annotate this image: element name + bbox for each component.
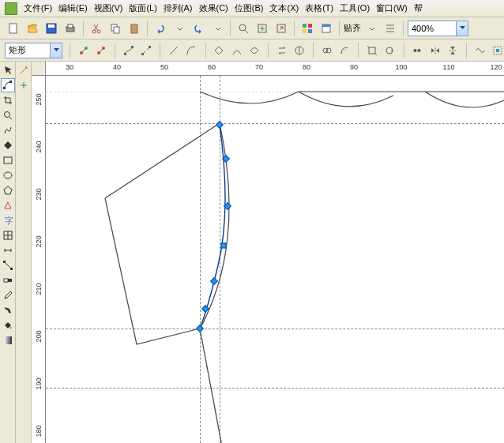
ruler-tick: 230 xyxy=(35,188,43,200)
pick-tool[interactable] xyxy=(1,63,15,77)
align-nodes-button[interactable] xyxy=(411,42,423,59)
welcome-button[interactable] xyxy=(318,20,335,37)
ruler-tick: 90 xyxy=(350,63,358,71)
paste-button[interactable] xyxy=(126,20,143,37)
basic-shapes-tool[interactable] xyxy=(1,198,15,212)
menu-file[interactable]: 文件(F) xyxy=(21,1,55,16)
shape-combo[interactable] xyxy=(5,43,62,58)
smart-fill-tool[interactable] xyxy=(1,138,15,152)
separator xyxy=(339,21,340,36)
join-nodes-button[interactable] xyxy=(122,42,135,59)
vertical-ruler[interactable]: 250 240 230 220 210 200 190 180 xyxy=(32,76,46,443)
app-launcher-button[interactable] xyxy=(299,20,316,37)
open-button[interactable] xyxy=(24,20,41,37)
redo-dropdown[interactable] xyxy=(209,20,226,37)
shape-input[interactable] xyxy=(6,46,50,55)
zoom-tool[interactable] xyxy=(1,108,15,122)
menu-help[interactable]: 帮 xyxy=(411,1,426,16)
break-node-button[interactable] xyxy=(140,42,152,59)
add-node-button[interactable] xyxy=(77,42,90,59)
secondary-toolbox xyxy=(16,62,32,443)
to-line-button[interactable] xyxy=(167,42,180,59)
aux-tool-2[interactable] xyxy=(17,78,31,92)
polygon-tool[interactable] xyxy=(1,183,15,197)
table-tool[interactable] xyxy=(1,228,15,242)
reflect-h-button[interactable] xyxy=(429,42,442,59)
ruler-corner[interactable] xyxy=(32,62,46,76)
separator xyxy=(404,43,404,58)
reflect-v-button[interactable] xyxy=(446,42,459,59)
save-button[interactable] xyxy=(43,20,60,37)
ruler-tick: 120 xyxy=(490,63,502,71)
stretch-button[interactable] xyxy=(366,42,378,59)
menu-window[interactable]: 窗口(W) xyxy=(373,1,411,16)
reverse-button[interactable] xyxy=(276,42,288,59)
eyedropper-tool[interactable] xyxy=(1,288,15,302)
extend-button[interactable] xyxy=(293,42,306,59)
snap-dropdown[interactable] xyxy=(363,20,380,37)
copy-button[interactable] xyxy=(107,20,124,37)
svg-rect-34 xyxy=(418,49,420,52)
shape-dropdown-arrow[interactable] xyxy=(50,43,62,58)
cut-button[interactable] xyxy=(88,20,105,37)
rectangle-tool[interactable] xyxy=(1,153,15,167)
menu-arrange[interactable]: 排列(A) xyxy=(160,1,196,16)
select-all-nodes-button[interactable] xyxy=(491,42,504,59)
menu-bitmap[interactable]: 位图(B) xyxy=(231,1,267,16)
svg-rect-33 xyxy=(414,49,416,52)
symmetric-node-button[interactable] xyxy=(248,42,261,59)
crop-tool[interactable] xyxy=(1,93,15,107)
undo-button[interactable] xyxy=(152,20,169,37)
horizontal-ruler[interactable]: 30 40 50 60 70 80 90 100 110 120 xyxy=(46,62,504,76)
print-button[interactable] xyxy=(62,20,79,37)
zoom-combo[interactable] xyxy=(408,21,468,36)
autoclose-button[interactable] xyxy=(338,42,351,59)
import-button[interactable] xyxy=(254,20,271,37)
aux-tool-1[interactable] xyxy=(17,63,31,77)
menu-effects[interactable]: 效果(C) xyxy=(196,1,231,16)
svg-rect-26 xyxy=(141,53,144,55)
export-button[interactable] xyxy=(273,20,290,37)
cusp-node-button[interactable] xyxy=(213,42,225,59)
svg-rect-31 xyxy=(369,47,375,54)
rotate-button[interactable] xyxy=(383,42,396,59)
connector-tool[interactable] xyxy=(1,258,15,272)
ruler-tick: 110 xyxy=(442,63,454,71)
zoom-dropdown-arrow[interactable] xyxy=(456,21,468,36)
separator xyxy=(115,43,115,58)
text-tool[interactable]: 字 xyxy=(1,213,15,227)
elastic-button[interactable] xyxy=(474,42,487,59)
property-bar xyxy=(0,39,504,62)
fill-tool[interactable] xyxy=(1,318,15,332)
vector-artwork[interactable] xyxy=(46,76,504,443)
menu-edit[interactable]: 编辑(E) xyxy=(55,1,91,16)
search-button[interactable] xyxy=(235,20,252,37)
redo-button[interactable] xyxy=(190,20,207,37)
ellipse-tool[interactable] xyxy=(1,168,15,182)
interactive-tool[interactable] xyxy=(1,273,15,287)
zoom-input[interactable] xyxy=(408,24,456,33)
interactive-fill-tool[interactable] xyxy=(1,333,15,347)
new-button[interactable] xyxy=(5,20,22,37)
smooth-node-button[interactable] xyxy=(231,42,243,59)
options-button[interactable] xyxy=(382,20,399,37)
delete-node-button[interactable] xyxy=(95,42,107,59)
standard-toolbar: 贴齐 xyxy=(0,17,504,39)
menu-tools[interactable]: 工具(O) xyxy=(337,1,373,16)
freehand-tool[interactable] xyxy=(1,123,15,137)
svg-rect-10 xyxy=(133,24,136,25)
shape-tool[interactable] xyxy=(1,78,15,92)
outline-tool[interactable] xyxy=(1,303,15,317)
separator xyxy=(230,21,231,36)
svg-rect-19 xyxy=(322,24,330,27)
extract-button[interactable] xyxy=(321,42,333,59)
menu-table[interactable]: 表格(T) xyxy=(302,1,337,16)
undo-dropdown[interactable] xyxy=(171,20,188,37)
menu-text[interactable]: 文本(X) xyxy=(266,1,302,16)
menu-layout[interactable]: 版面(L) xyxy=(126,1,160,16)
drawing-canvas[interactable] xyxy=(46,76,504,443)
dimension-tool[interactable] xyxy=(1,243,15,257)
curve-node-selected[interactable] xyxy=(221,243,227,249)
to-curve-button[interactable] xyxy=(185,42,197,59)
menu-view[interactable]: 视图(V) xyxy=(91,1,126,16)
